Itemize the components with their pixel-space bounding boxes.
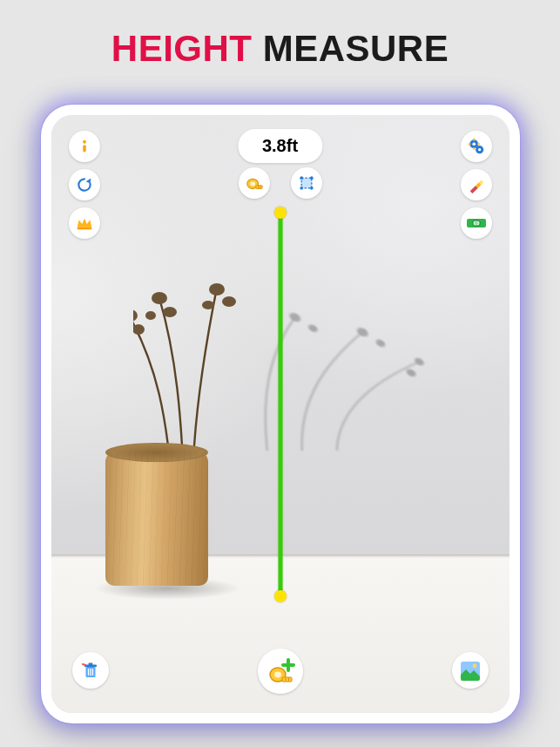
svg-point-24 xyxy=(83,140,86,144)
bubble-level-button[interactable] xyxy=(461,207,492,239)
svg-rect-33 xyxy=(468,143,470,145)
trash-icon xyxy=(80,660,101,681)
svg-point-3 xyxy=(374,340,387,348)
measure-handle-bottom[interactable] xyxy=(274,590,287,602)
svg-point-23 xyxy=(310,187,314,190)
settings-icon xyxy=(467,137,486,156)
add-tape-icon xyxy=(265,655,296,687)
reload-button[interactable] xyxy=(69,169,100,200)
measure-handle-top[interactable] xyxy=(274,207,287,219)
svg-point-0 xyxy=(287,313,302,322)
svg-point-45 xyxy=(274,672,281,678)
flashlight-icon xyxy=(467,175,486,194)
svg-rect-16 xyxy=(255,186,261,189)
plant-branches xyxy=(133,270,273,462)
svg-point-10 xyxy=(145,311,156,320)
svg-rect-46 xyxy=(282,677,292,682)
svg-point-22 xyxy=(300,187,303,190)
svg-rect-25 xyxy=(83,145,86,152)
tape-icon xyxy=(245,173,264,193)
svg-rect-19 xyxy=(301,178,312,188)
svg-point-9 xyxy=(163,307,177,317)
reload-icon xyxy=(76,176,93,194)
svg-rect-40 xyxy=(88,663,92,666)
add-measurement-button[interactable] xyxy=(258,649,303,694)
delete-button[interactable] xyxy=(72,652,109,689)
title-measure: MEASURE xyxy=(263,28,449,69)
premium-button[interactable] xyxy=(69,207,100,239)
svg-point-52 xyxy=(472,664,476,669)
svg-point-37 xyxy=(475,221,478,225)
measure-line[interactable] xyxy=(278,213,282,596)
svg-point-29 xyxy=(472,142,476,146)
level-icon xyxy=(466,217,487,229)
measurement-value-button[interactable]: 3.8ft xyxy=(238,129,322,163)
tape-mode-button[interactable] xyxy=(239,167,270,199)
svg-point-21 xyxy=(310,176,314,180)
svg-point-30 xyxy=(478,148,481,151)
svg-point-11 xyxy=(209,283,225,295)
svg-point-1 xyxy=(307,325,319,333)
svg-point-20 xyxy=(300,176,303,180)
svg-point-8 xyxy=(152,292,167,304)
area-mode-button[interactable] xyxy=(291,167,322,199)
svg-rect-31 xyxy=(473,139,475,141)
settings-button[interactable] xyxy=(461,131,492,162)
area-icon xyxy=(298,174,315,192)
info-icon xyxy=(77,139,92,154)
gallery-icon xyxy=(459,659,482,682)
crown-icon xyxy=(75,214,94,233)
svg-rect-32 xyxy=(473,147,475,150)
vase xyxy=(105,452,208,586)
tablet-frame: 3.8ft xyxy=(41,105,520,723)
svg-point-13 xyxy=(202,301,214,309)
measurement-value-text: 3.8ft xyxy=(262,136,298,155)
svg-point-2 xyxy=(355,328,370,336)
page-title: HEIGHT MEASURE xyxy=(0,0,560,70)
gallery-button[interactable] xyxy=(452,652,489,689)
svg-point-15 xyxy=(250,182,255,187)
flashlight-button[interactable] xyxy=(461,169,492,200)
svg-point-12 xyxy=(222,296,236,307)
title-height: HEIGHT xyxy=(111,28,253,69)
info-button[interactable] xyxy=(69,131,100,162)
app-screen: 3.8ft xyxy=(51,115,509,713)
svg-rect-34 xyxy=(477,143,480,145)
svg-point-6 xyxy=(133,309,138,322)
svg-point-7 xyxy=(133,324,145,335)
svg-point-5 xyxy=(405,370,417,377)
svg-rect-26 xyxy=(77,227,91,230)
